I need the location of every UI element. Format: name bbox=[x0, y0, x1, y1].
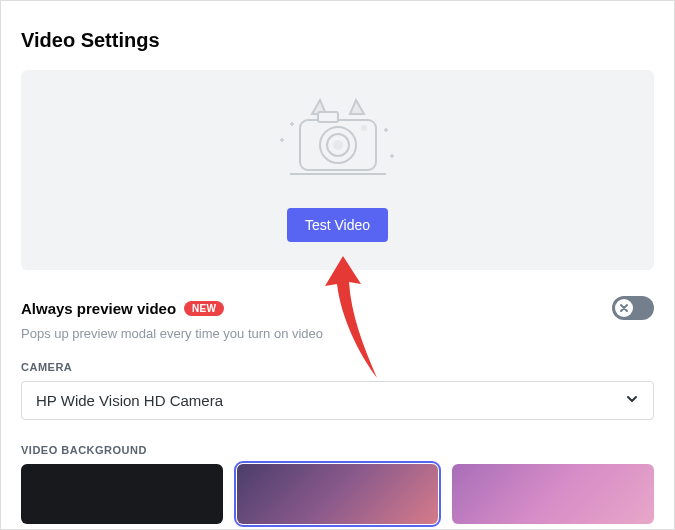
svg-point-5 bbox=[361, 125, 367, 131]
camera-illustration-icon bbox=[268, 98, 408, 190]
svg-rect-1 bbox=[318, 112, 338, 122]
page-title: Video Settings bbox=[21, 29, 654, 52]
always-preview-description: Pops up preview modal every time you tur… bbox=[21, 326, 654, 341]
camera-select-value: HP Wide Vision HD Camera bbox=[36, 392, 223, 409]
background-tile-none[interactable] bbox=[21, 464, 223, 524]
toggle-off-icon bbox=[615, 299, 633, 317]
always-preview-row: Always preview video NEW bbox=[21, 296, 654, 320]
camera-select[interactable]: HP Wide Vision HD Camera bbox=[21, 381, 654, 420]
new-badge: NEW bbox=[184, 301, 224, 316]
background-tiles-row bbox=[21, 464, 654, 524]
camera-section-header: CAMERA bbox=[21, 361, 654, 373]
background-tile-selected[interactable] bbox=[237, 464, 439, 524]
svg-point-4 bbox=[333, 140, 343, 150]
video-preview-box: Test Video bbox=[21, 70, 654, 270]
test-video-button[interactable]: Test Video bbox=[287, 208, 388, 242]
background-tile-pink[interactable] bbox=[452, 464, 654, 524]
always-preview-toggle[interactable] bbox=[612, 296, 654, 320]
video-background-section-header: VIDEO BACKGROUND bbox=[21, 444, 654, 456]
chevron-down-icon bbox=[625, 392, 639, 409]
always-preview-label: Always preview video bbox=[21, 300, 176, 317]
